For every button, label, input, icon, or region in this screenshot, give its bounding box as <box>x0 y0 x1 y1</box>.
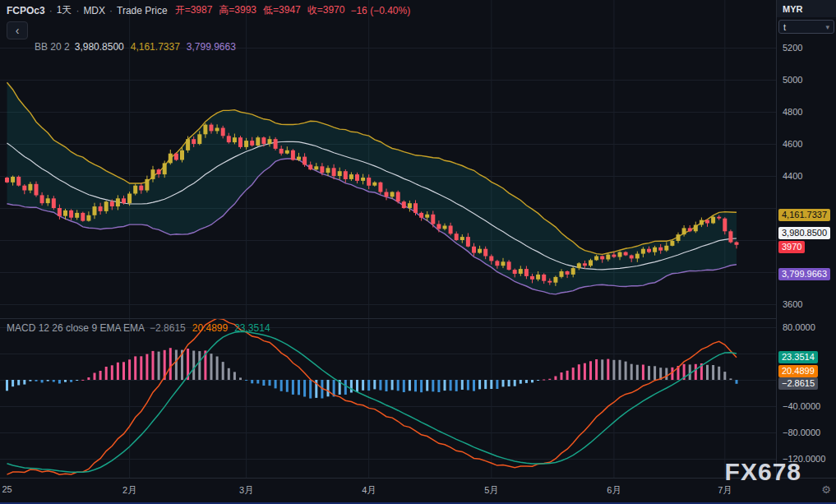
axis-value-badge: 3970 <box>778 241 805 253</box>
back-icon: ‹ <box>16 25 20 36</box>
time-label: 5月 <box>484 484 498 497</box>
axis-tick: −80.0000 <box>783 428 820 437</box>
ohlc-低: 低=3947 <box>263 3 301 17</box>
macd-legend[interactable]: MACD 12 26 close 9 EMA EMA −2.861520.489… <box>7 322 270 334</box>
back-button[interactable]: ‹ <box>7 21 28 39</box>
bb-legend[interactable]: BB 20 2 3,980.85004,161.73373,799.9663 <box>35 41 236 53</box>
price-type-label: Trade Price <box>117 5 168 16</box>
indicator-value: 23.3514 <box>234 322 270 334</box>
macd-values: −2.861520.489923.3514 <box>150 322 270 334</box>
indicator-value: 20.4899 <box>192 322 228 334</box>
time-label: 2月 <box>122 484 136 497</box>
time-label: 4月 <box>362 484 376 497</box>
axis-value-badge: 3,980.8500 <box>778 227 830 239</box>
axis-tick: 3600 <box>783 299 802 309</box>
axis-tick: 80.0000 <box>783 322 815 332</box>
time-label: 7月 <box>718 484 732 497</box>
time-label: 25 <box>2 484 12 494</box>
ohlc-values: 开=3987高=3993低=3947收=3970 <box>175 3 345 17</box>
axis-tick: 4600 <box>783 139 802 149</box>
time-label: 3月 <box>239 484 253 497</box>
caret-down-icon: ▾ <box>825 23 829 31</box>
price-axis[interactable]: MYR t ▾ 52005000480046004400360080.0000−… <box>776 0 836 478</box>
currency-code: MYR <box>783 4 802 14</box>
exchange-label: MDX <box>83 5 105 16</box>
gear-icon[interactable]: ⚙ <box>821 483 831 496</box>
bb-title: BB 20 2 <box>35 41 70 53</box>
separator-dot: · <box>49 5 53 16</box>
ohlc-收: 收=3970 <box>307 3 345 17</box>
unit-dropdown[interactable]: t ▾ <box>778 20 834 34</box>
axis-tick: 4400 <box>783 171 802 181</box>
chart-canvas[interactable] <box>0 0 776 478</box>
indicator-value: 4,161.7337 <box>131 41 180 53</box>
symbol-legend[interactable]: FCPOc3 · 1天 · MDX · Trade Price 开=3987高=… <box>7 3 410 17</box>
axis-tick: 5000 <box>783 75 802 85</box>
axis-tick: −120.0000 <box>783 454 825 464</box>
separator-dot: · <box>76 5 79 16</box>
time-axis[interactable]: ⚙ 252月3月4月5月6月7月 <box>0 478 836 503</box>
chart-panes[interactable] <box>0 0 776 478</box>
interval-label: 1天 <box>57 3 72 17</box>
currency-button[interactable]: MYR <box>777 0 836 17</box>
axis-value-badge: −2.8615 <box>778 377 818 390</box>
change-value: −16 (−0.40%) <box>350 5 410 16</box>
axis-tick: 5200 <box>783 43 802 53</box>
indicator-value: −2.8615 <box>150 322 186 334</box>
unit-value: t <box>783 22 786 32</box>
ohlc-高: 高=3993 <box>219 3 256 17</box>
separator-dot: · <box>109 5 113 16</box>
axis-value-badge: 4,161.7337 <box>778 209 830 221</box>
indicator-value: 3,980.8500 <box>75 41 124 53</box>
symbol-name: FCPOc3 <box>7 5 45 16</box>
axis-value-badge: 20.4899 <box>778 365 818 377</box>
indicator-value: 3,799.9663 <box>187 41 236 53</box>
axis-value-badge: 3,799.9663 <box>778 268 830 280</box>
time-label: 6月 <box>607 484 621 497</box>
axis-tick: 4800 <box>783 107 802 117</box>
axis-tick: −40.0000 <box>783 401 820 411</box>
bb-values: 3,980.85004,161.73373,799.9663 <box>75 41 236 53</box>
axis-value-badge: 23.3514 <box>778 351 818 363</box>
ohlc-开: 开=3987 <box>175 3 213 17</box>
macd-title: MACD 12 26 close 9 EMA EMA <box>7 322 145 334</box>
